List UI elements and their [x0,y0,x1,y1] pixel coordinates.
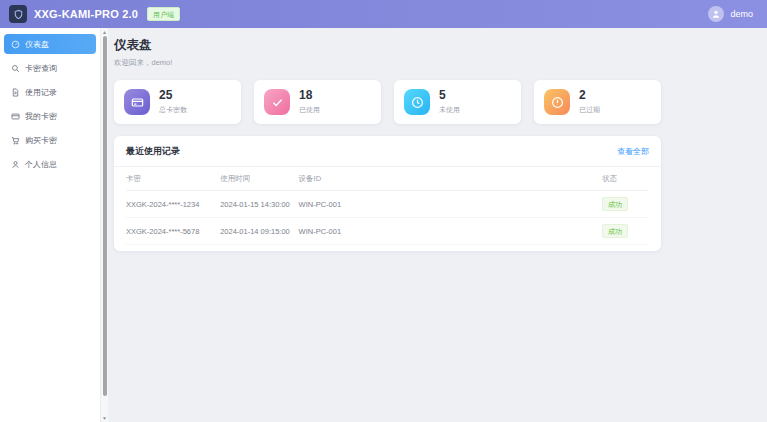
col-header-time: 使用时间 [220,167,298,191]
cell-device: WIN-PC-001 [299,218,602,245]
table-row: XXGK-2024-****-1234 2024-01-15 14:30:00 … [126,191,649,218]
sidebar-nav: 仪表盘 卡密查询 使用记录 我的卡密 购买卡密 个人信息 [0,28,100,422]
scrollbar-thumb[interactable] [103,36,107,396]
sidebar-item-my-keys[interactable]: 我的卡密 [4,106,96,126]
search-icon [11,64,20,73]
sidebar-item-usage-records[interactable]: 使用记录 [4,82,96,102]
clock-icon [404,89,430,115]
stat-value: 2 [579,89,600,102]
sidebar-item-label: 仪表盘 [25,39,49,50]
credit-card-icon [124,89,150,115]
cell-key: XXGK-2024-****-5678 [126,218,220,245]
stat-value: 18 [299,89,320,102]
sidebar-item-label: 卡密查询 [25,63,57,74]
col-header-status: 状态 [602,167,649,191]
stat-value: 25 [159,89,187,102]
sidebar-item-label: 购买卡密 [25,135,57,146]
cell-device: WIN-PC-001 [299,191,602,218]
recent-usage-panel: 最近使用记录 查看全部 卡密 使用时间 设备ID 状态 [114,136,661,251]
user-role-badge: 用户端 [147,7,180,21]
sidebar-item-buy-keys[interactable]: 购买卡密 [4,130,96,150]
cell-key: XXGK-2024-****-1234 [126,191,220,218]
stat-label: 总卡密数 [159,105,187,115]
stat-value: 5 [439,89,460,102]
col-header-device: 设备ID [299,167,602,191]
stats-row: 25 总卡密数 18 已使用 [114,80,661,124]
stat-card-unused: 5 未使用 [394,80,521,124]
sidebar-item-dashboard[interactable]: 仪表盘 [4,34,96,54]
stat-label: 未使用 [439,105,460,115]
alert-circle-icon [544,89,570,115]
welcome-message: 欢迎回来，demo! [114,58,661,68]
vertical-scrollbar[interactable]: ▲ ▼ [100,28,108,422]
col-header-key: 卡密 [126,167,220,191]
app-title: XXG-KAMI-PRO 2.0 [34,8,138,20]
card-icon [11,112,20,121]
check-icon [264,89,290,115]
app-logo-shield-icon [9,5,27,23]
document-icon [11,88,20,97]
status-badge: 成功 [602,197,628,211]
sidebar-item-profile[interactable]: 个人信息 [4,154,96,174]
panel-title: 最近使用记录 [126,145,180,158]
user-menu[interactable]: demo [708,6,753,22]
scroll-down-arrow-icon[interactable]: ▼ [101,414,108,422]
status-badge: 成功 [602,224,628,238]
stat-card-used: 18 已使用 [254,80,381,124]
stat-label: 已使用 [299,105,320,115]
sidebar-item-label: 我的卡密 [25,111,57,122]
top-header: XXG-KAMI-PRO 2.0 用户端 demo [0,0,767,28]
sidebar-item-label: 使用记录 [25,87,57,98]
view-all-link[interactable]: 查看全部 [617,146,649,157]
sidebar-item-key-query[interactable]: 卡密查询 [4,58,96,78]
main-content: 仪表盘 欢迎回来，demo! 25 总卡密数 [108,28,767,422]
recent-usage-table: 卡密 使用时间 设备ID 状态 XXGK-2024-****-1234 2024… [126,167,649,245]
cell-time: 2024-01-14 09:15:00 [220,218,298,245]
stat-card-expired: 2 已过期 [534,80,661,124]
sidebar-item-label: 个人信息 [25,159,57,170]
cart-icon [11,136,20,145]
scroll-up-arrow-icon[interactable]: ▲ [101,28,108,36]
page-title: 仪表盘 [114,37,661,54]
table-row: XXGK-2024-****-5678 2024-01-14 09:15:00 … [126,218,649,245]
username-label: demo [730,9,753,19]
user-icon [11,160,20,169]
cell-time: 2024-01-15 14:30:00 [220,191,298,218]
avatar-user-icon [708,6,724,22]
stat-label: 已过期 [579,105,600,115]
stat-card-total-keys: 25 总卡密数 [114,80,241,124]
gauge-icon [11,40,20,49]
